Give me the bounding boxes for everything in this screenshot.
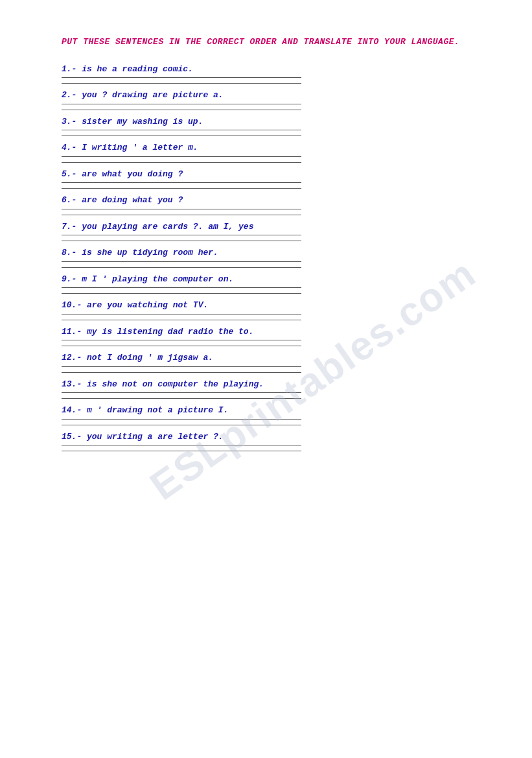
list-item: 4.- I writing ' a letter m. — [62, 141, 480, 163]
answer-lines — [62, 419, 301, 425]
sentence-text: 12.- not I doing ' m jigsaw a. — [62, 351, 480, 364]
answer-line — [62, 130, 301, 130]
sentence-text: 7.- you playing are cards ?. am I, yes — [62, 220, 480, 233]
answer-line — [62, 110, 301, 110]
list-item: 12.- not I doing ' m jigsaw a. — [62, 351, 480, 373]
answer-line — [62, 162, 301, 163]
answer-line — [62, 136, 301, 136]
answer-lines — [62, 340, 301, 346]
instructions: PUT THESE SENTENCES IN THE CORRECT ORDER… — [62, 36, 480, 49]
answer-lines — [62, 287, 301, 294]
list-item: 8.- is she up tidying room her. — [62, 246, 480, 268]
answer-line — [62, 241, 301, 241]
answer-line — [62, 83, 301, 84]
answer-lines — [62, 314, 301, 320]
sentence-text: 11.- my is listening dad radio the to. — [62, 326, 480, 338]
answer-line — [62, 293, 301, 294]
answer-line — [62, 392, 301, 393]
list-item: 5.- are what you doing ? — [62, 168, 480, 189]
answer-lines — [62, 392, 301, 399]
sentence-text: 15.- you writing a are letter ?. — [62, 431, 480, 444]
answer-line — [62, 346, 301, 346]
list-item: 3.- sister my washing is up. — [62, 115, 480, 137]
answer-line — [62, 188, 301, 189]
answer-lines — [62, 261, 301, 268]
exercise-list: 1.- is he a reading comic.2.- you ? draw… — [62, 63, 480, 452]
answer-line — [62, 314, 301, 314]
sentence-text: 1.- is he a reading comic. — [62, 63, 480, 76]
sentence-text: 6.- are doing what you ? — [62, 194, 480, 207]
answer-line — [62, 287, 301, 288]
answer-lines — [62, 445, 301, 451]
answer-line — [62, 445, 301, 445]
answer-line — [62, 419, 301, 420]
answer-line — [62, 372, 301, 373]
answer-lines — [62, 366, 301, 373]
list-item: 2.- you ? drawing are picture a. — [62, 89, 480, 110]
list-item: 9.- m I ' playing the computer on. — [62, 273, 480, 294]
page-container: ESLprintables.com PUT THESE SENTENCES IN… — [0, 0, 532, 758]
sentence-text: 4.- I writing ' a letter m. — [62, 141, 480, 154]
answer-line — [62, 267, 301, 268]
answer-line — [62, 182, 301, 183]
sentence-text: 9.- m I ' playing the computer on. — [62, 273, 480, 286]
answer-lines — [62, 104, 301, 110]
answer-line — [62, 320, 301, 320]
sentence-text: 3.- sister my washing is up. — [62, 115, 480, 128]
answer-line — [62, 398, 301, 399]
sentence-text: 13.- is she not on computer the playing. — [62, 378, 480, 391]
list-item: 1.- is he a reading comic. — [62, 63, 480, 84]
answer-line — [62, 451, 301, 451]
answer-lines — [62, 156, 301, 163]
list-item: 11.- my is listening dad radio the to. — [62, 326, 480, 347]
sentence-text: 5.- are what you doing ? — [62, 168, 480, 181]
list-item: 6.- are doing what you ? — [62, 194, 480, 215]
list-item: 15.- you writing a are letter ?. — [62, 431, 480, 452]
list-item: 14.- m ' drawing not a picture I. — [62, 404, 480, 425]
answer-line — [62, 340, 301, 340]
answer-line — [62, 366, 301, 367]
answer-lines — [62, 235, 301, 241]
sentence-text: 14.- m ' drawing not a picture I. — [62, 404, 480, 417]
sentence-text: 2.- you ? drawing are picture a. — [62, 89, 480, 102]
answer-line — [62, 425, 301, 425]
answer-line — [62, 215, 301, 215]
answer-line — [62, 209, 301, 209]
sentence-text: 10.- are you watching not TV. — [62, 299, 480, 312]
answer-line — [62, 261, 301, 262]
answer-line — [62, 156, 301, 157]
answer-lines — [62, 209, 301, 215]
answer-line — [62, 77, 301, 78]
list-item: 7.- you playing are cards ?. am I, yes — [62, 220, 480, 242]
answer-line — [62, 104, 301, 104]
answer-lines — [62, 130, 301, 136]
answer-line — [62, 235, 301, 235]
list-item: 13.- is she not on computer the playing. — [62, 378, 480, 399]
list-item: 10.- are you watching not TV. — [62, 299, 480, 320]
answer-lines — [62, 182, 301, 189]
sentence-text: 8.- is she up tidying room her. — [62, 246, 480, 259]
answer-lines — [62, 77, 301, 84]
